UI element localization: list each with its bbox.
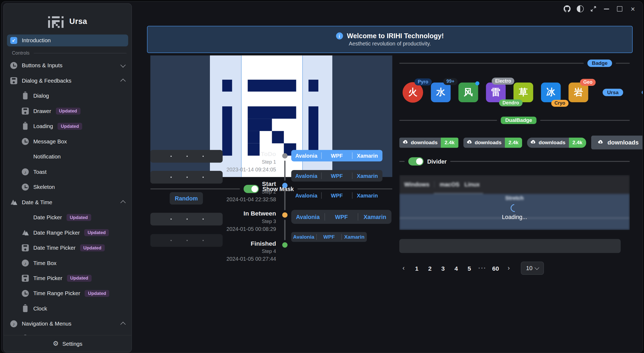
page-button-1[interactable]: 1 [413, 265, 421, 272]
option-xamarin-button[interactable]: Xamarin [352, 173, 382, 179]
sidebar-item-navigation-menus[interactable]: Navigation & Menus [7, 316, 128, 331]
option-xamarin-button[interactable]: Xamarin [352, 192, 382, 199]
window: × Ursa IntroductionControlsButtons & Inp… [1, 1, 643, 353]
sidebar-item-label: Date & Time [22, 199, 52, 205]
settings-button[interactable]: ⚙ Settings [4, 335, 132, 352]
battery-icon [23, 93, 27, 99]
option-wpf-button[interactable]: WPF [322, 173, 352, 179]
option-xamarin-button[interactable]: Xamarin [358, 214, 392, 220]
option-wpf-button[interactable]: WPF [316, 234, 342, 240]
resize-icon[interactable] [589, 5, 597, 13]
text-input[interactable] [399, 239, 621, 253]
option-avalonia-button[interactable]: Avalonia [291, 192, 321, 199]
download-badge: downloads2.4k [463, 137, 522, 148]
settings-label: Settings [62, 341, 82, 347]
sidebar-item-time-picker[interactable]: Time PickerUpdated [7, 271, 128, 286]
download-count: 2.4k [569, 137, 586, 148]
updated-badge: Updated [84, 229, 109, 236]
sidebar-item-date-time-picker[interactable]: Date Time PickerUpdated [7, 240, 128, 255]
option-wpf-button[interactable]: WPF [322, 153, 352, 159]
timeline-connector [284, 161, 285, 181]
pagination: ‹12345···60›10 [399, 262, 544, 274]
chevron-up-icon [120, 79, 125, 84]
sidebar-item-time-box[interactable]: Time Box [7, 255, 128, 270]
sidebar-item-label: Clock [33, 306, 47, 312]
page-button-5[interactable]: 5 [465, 265, 474, 272]
cloud-download-icon [598, 139, 603, 146]
badge-pyro: Pyro [414, 79, 431, 86]
option-avalonia-button[interactable]: Avalonia [291, 153, 321, 159]
date-time-input[interactable] [150, 150, 223, 163]
option-avalonia-button[interactable]: Avalonia [291, 234, 316, 240]
sidebar-item-date-time[interactable]: Date & Time [7, 195, 128, 210]
tab-macos[interactable]: macOS [440, 181, 460, 188]
option-xamarin-button[interactable]: Xamarin [352, 153, 382, 159]
sidebar-item-dialog-feedbacks[interactable]: Dialog & Feedbacks [7, 73, 128, 88]
loading-label: Loading... [502, 213, 527, 220]
badge-electro: Electro [492, 77, 515, 84]
step-subtitle: Step 4 [226, 248, 276, 255]
sidebar-section-label: Controls [4, 48, 132, 58]
maximize-icon[interactable] [616, 5, 624, 13]
page-button-3[interactable]: 3 [439, 265, 447, 272]
download-badge-label-part: downloads [527, 137, 569, 148]
sidebar-item-label: Buttons & Inputs [22, 62, 62, 69]
sidebar-item-label: Navigation & Menus [22, 321, 71, 327]
option-avalonia-button[interactable]: Avalonia [291, 214, 324, 220]
sidebar-item-loading[interactable]: LoadingUpdated [7, 119, 128, 134]
page-size-select[interactable]: 10 [521, 262, 544, 275]
sidebar-item-notification[interactable]: Notification [7, 149, 128, 164]
sidebar-item-drawer[interactable]: DrawerUpdated [7, 104, 128, 119]
date-time-input[interactable] [150, 213, 223, 225]
prev-page-button[interactable]: ‹ [399, 264, 408, 272]
tab-linux[interactable]: Linux [464, 181, 480, 188]
page-button-4[interactable]: 4 [452, 265, 460, 272]
step-title: Start [226, 180, 276, 188]
badge-geo: Geo [580, 79, 596, 86]
sidebar-item-date-range-picker[interactable]: Date Range PickerUpdated [7, 225, 128, 240]
sidebar-item-date-picker[interactable]: Date PickerUpdated [7, 210, 128, 225]
sidebar-item-message-box[interactable]: Message Box [7, 134, 128, 149]
option-wpf-button[interactable]: WPF [325, 214, 358, 220]
element-char: 雷 [491, 86, 501, 99]
sidebar-item-dialog[interactable]: Dialog [7, 88, 128, 103]
close-icon[interactable]: × [629, 5, 637, 13]
divider-toggle[interactable] [408, 157, 423, 166]
sidebar-item-clock[interactable]: Clock [7, 301, 128, 316]
github-icon[interactable] [563, 5, 571, 13]
note-icon [22, 260, 29, 267]
step-timestamp: 2024-01-04 22:32:58 [226, 196, 276, 203]
download-label: downloads [475, 140, 502, 145]
page-button-last[interactable]: 60 [491, 265, 500, 272]
page-button-2[interactable]: 2 [425, 265, 434, 272]
sidebar-item-time-range-picker[interactable]: Time Range PickerUpdated [7, 286, 128, 301]
sidebar-item-introduction[interactable]: Introduction [7, 34, 128, 46]
step-dot-start [282, 183, 288, 188]
app-title: Ursa [69, 17, 87, 26]
sidebar-item-toast[interactable]: Toast [7, 164, 128, 179]
section-divider [34, 53, 126, 53]
loading-indicator: Loading... [399, 194, 630, 230]
clock-icon [22, 183, 29, 190]
step-subtitle: Step 2 [226, 188, 276, 195]
sidebar-item-label: Introduction [22, 37, 51, 44]
note-icon [10, 320, 17, 327]
sidebar-item-buttons-inputs[interactable]: Buttons & Inputs [7, 58, 128, 73]
tab-windows[interactable]: Windows [404, 181, 430, 188]
app-logo: Ursa [4, 4, 132, 34]
sidebar-item-label: Loading [33, 123, 53, 129]
minimize-icon[interactable] [603, 5, 610, 13]
random-button[interactable]: Random [170, 192, 203, 204]
sidebar-item-skeleton[interactable]: Skeleton [7, 179, 128, 195]
element-char: 风 [464, 86, 473, 99]
download-label: downloads [411, 140, 438, 145]
next-page-button[interactable]: › [504, 264, 513, 272]
date-time-input[interactable] [150, 171, 223, 183]
step-finished: FinishedStep 42024-01-05 00:27:44 [226, 239, 276, 263]
titlebar-controls: × [563, 5, 637, 13]
option-xamarin-button[interactable]: Xamarin [342, 234, 367, 240]
theme-toggle-icon[interactable] [576, 5, 584, 13]
option-wpf-button[interactable]: WPF [322, 192, 352, 199]
option-avalonia-button[interactable]: Avalonia [291, 173, 321, 179]
step-title: ToDo [226, 150, 276, 158]
